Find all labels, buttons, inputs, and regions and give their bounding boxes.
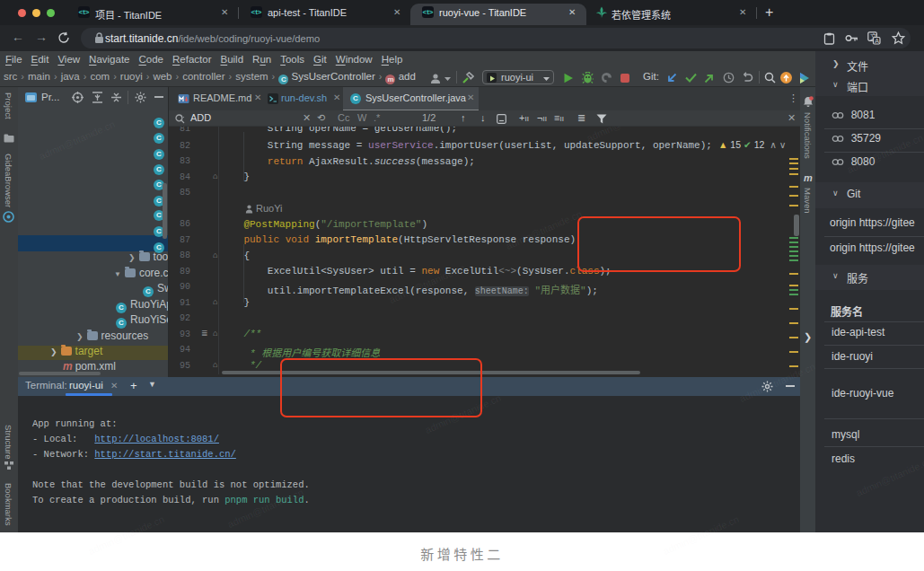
svg-text:A: A (875, 38, 879, 44)
